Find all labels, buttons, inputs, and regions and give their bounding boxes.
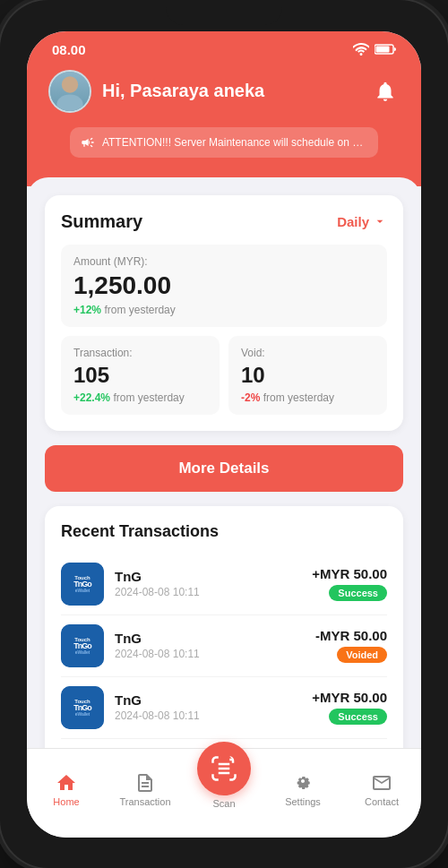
status-time: 08.00 [52, 42, 86, 57]
greeting-text: Hi, Pasaraya aneka [102, 81, 264, 101]
header-left: Hi, Pasaraya aneka [48, 70, 264, 113]
contact-icon [371, 772, 392, 794]
status-badge-3: Success [329, 709, 387, 725]
header: Hi, Pasaraya aneka [27, 63, 421, 127]
tx-date-1: 2024-08-08 10:11 [115, 586, 301, 598]
tng-logo-2: TouchTnGoeWallet [61, 624, 104, 667]
scan-circle[interactable] [197, 742, 251, 795]
tx-name-2: TnG [115, 631, 305, 646]
period-label: Daily [337, 214, 369, 229]
tx-right-2: -MYR 50.00 Voided [315, 628, 387, 663]
amount-change: +12% from yesterday [73, 304, 375, 316]
tx-name-1: TnG [115, 569, 301, 584]
amount-change-pct: +12% [73, 304, 101, 316]
nav-transaction[interactable]: Transaction [118, 772, 172, 807]
nav-contact-label: Contact [365, 796, 399, 807]
phone-screen: 08.00 [27, 31, 421, 838]
transaction-change: +22.4% from yesterday [73, 391, 207, 404]
tx-amount-1: +MYR 50.00 [312, 566, 387, 581]
transaction-change-text: from yesterday [113, 391, 184, 404]
status-badge-1: Success [329, 585, 387, 601]
transaction-value: 105 [73, 363, 207, 388]
nav-settings[interactable]: Settings [276, 772, 330, 807]
transaction-label: Transaction: [73, 347, 207, 359]
tx-info-3: TnG 2024-08-08 10:11 [115, 692, 301, 722]
svg-point-3 [56, 94, 82, 111]
amount-label: Amount (MYR): [73, 255, 375, 268]
summary-title: Summary [61, 211, 142, 232]
avatar-image [50, 70, 90, 111]
daily-selector[interactable]: Daily [337, 214, 387, 229]
bell-icon[interactable] [371, 77, 400, 106]
tx-date-2: 2024-08-08 10:11 [115, 648, 305, 660]
transaction-icon [134, 772, 156, 794]
nav-transaction-label: Transaction [119, 796, 170, 807]
amount-value: 1,250.00 [73, 271, 375, 300]
svg-rect-1 [375, 47, 389, 53]
void-label: Void: [241, 347, 375, 359]
phone-frame: 08.00 [0, 0, 448, 868]
void-change: -2% from yesterday [241, 391, 375, 404]
avatar [48, 70, 91, 113]
bottom-nav: Home Transaction Scan [27, 748, 421, 838]
transactions-card: Recent Transactions TouchTnGoeWallet TnG… [45, 506, 403, 748]
nav-home[interactable]: Home [39, 772, 93, 807]
announcement-bar: ATTENTION!!! Server Maintenance will sch… [70, 127, 378, 158]
tx-right-1: +MYR 50.00 Success [312, 566, 387, 601]
tx-amount-3: +MYR 50.00 [312, 690, 387, 705]
status-badge-2: Voided [337, 647, 387, 663]
tx-name-3: TnG [115, 692, 301, 708]
scroll-content: Hi, Pasaraya aneka ATTENTION!!! Server M… [27, 63, 421, 748]
tx-date-3: 2024-08-08 10:11 [115, 709, 301, 722]
void-change-text: from yesterday [263, 391, 334, 404]
tx-info-2: TnG 2024-08-08 10:11 [115, 631, 305, 660]
home-icon [56, 772, 77, 794]
table-row: TouchTnGoeWallet TnG 2024-08-08 10:11 +M… [61, 677, 387, 739]
summary-card: Summary Daily Amount (MYR): 1,250.00 +12… [45, 195, 403, 431]
status-bar: 08.00 [27, 31, 421, 63]
megaphone-icon [81, 134, 95, 150]
battery-icon [375, 44, 396, 55]
table-row: TouchTnGoeWallet TnG 2024-08-08 10:11 +M… [61, 554, 387, 615]
nav-home-label: Home [53, 796, 79, 807]
nav-scan-label: Scan [212, 798, 235, 809]
summary-header: Summary Daily [61, 211, 387, 232]
amount-section: Amount (MYR): 1,250.00 +12% from yesterd… [61, 245, 387, 327]
main-content: Summary Daily Amount (MYR): 1,250.00 +12… [27, 177, 421, 748]
tng-logo-1: TouchTnGoeWallet [61, 563, 104, 606]
status-icons [353, 43, 396, 56]
tx-info-1: TnG 2024-08-08 10:11 [115, 569, 301, 598]
tng-logo-3: TouchTnGoeWallet [61, 686, 104, 729]
tx-right-3: +MYR 50.00 Success [312, 690, 387, 725]
nav-settings-label: Settings [285, 796, 321, 807]
transaction-change-pct: +22.4% [73, 391, 110, 404]
transactions-title: Recent Transactions [61, 522, 387, 541]
more-details-button[interactable]: More Details [45, 445, 403, 492]
announcement-text: ATTENTION!!! Server Maintenance will sch… [102, 136, 367, 149]
chevron-down-icon [373, 214, 387, 228]
stats-row: Transaction: 105 +22.4% from yesterday V… [61, 336, 387, 415]
wifi-icon [353, 43, 369, 56]
settings-icon [292, 772, 314, 794]
void-change-pct: -2% [241, 391, 260, 404]
void-stat: Void: 10 -2% from yesterday [228, 336, 387, 415]
avatar-face [50, 72, 90, 111]
scan-icon [211, 755, 237, 782]
table-row: TouchTnGoeWallet TnG 2024-08-08 10:11 -M… [61, 615, 387, 677]
nav-contact[interactable]: Contact [355, 772, 409, 807]
nav-scan[interactable]: Scan [197, 742, 251, 809]
amount-change-text: from yesterday [104, 304, 175, 316]
transaction-stat: Transaction: 105 +22.4% from yesterday [61, 336, 220, 415]
notch [166, 0, 282, 25]
tx-amount-2: -MYR 50.00 [315, 628, 387, 643]
void-value: 10 [241, 363, 375, 388]
svg-point-2 [62, 76, 78, 92]
